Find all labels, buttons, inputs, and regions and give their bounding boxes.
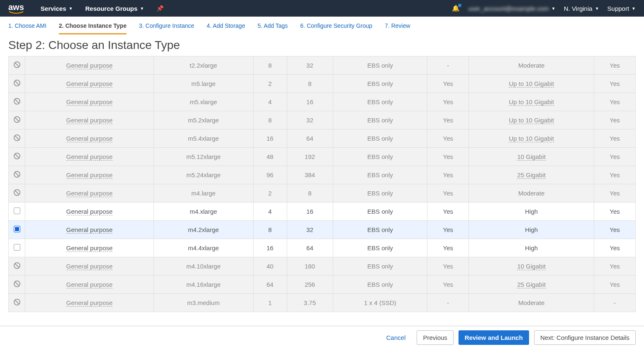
network-performance-cell: Moderate <box>469 294 594 312</box>
row-select-cell <box>9 257 25 276</box>
step-choose-ami[interactable]: 1. Choose AMI <box>8 22 46 34</box>
row-select-cell <box>9 75 25 93</box>
network-performance-cell: 10 Gigabit <box>469 148 594 166</box>
row-select-cell[interactable] <box>9 239 25 257</box>
memory-cell: 32 <box>287 111 333 129</box>
row-select-cell <box>9 129 25 148</box>
network-performance-cell: 25 Gigabit <box>469 276 594 294</box>
row-select-cell[interactable] <box>9 203 25 221</box>
storage-cell: EBS only <box>333 203 427 221</box>
vcpus-cell: 2 <box>253 184 287 203</box>
step-review[interactable]: 7. Review <box>385 22 410 34</box>
step-configure-instance[interactable]: 3. Configure Instance <box>139 22 194 34</box>
row-checkbox[interactable] <box>14 226 20 232</box>
memory-cell: 32 <box>287 221 333 239</box>
vcpus-cell: 1 <box>253 294 287 312</box>
storage-cell: EBS only <box>333 111 427 129</box>
family-cell: General purpose <box>25 93 154 111</box>
family-label: General purpose <box>66 208 113 215</box>
table-row[interactable]: General purposem4.xlarge416EBS onlyYesHi… <box>9 203 636 221</box>
memory-cell: 64 <box>287 239 333 257</box>
row-select-cell[interactable] <box>9 221 25 239</box>
ipv6-support-cell: Yes <box>594 111 636 129</box>
ebs-optimized-cell: Yes <box>427 239 469 257</box>
ebs-optimized-cell: Yes <box>427 276 469 294</box>
previous-button[interactable]: Previous <box>417 330 453 337</box>
table-row[interactable]: General purposem4.2xlarge832EBS onlyYesH… <box>9 221 636 239</box>
chevron-down-icon: ▼ <box>595 6 599 11</box>
family-cell: General purpose <box>25 75 154 93</box>
pin-shortcut[interactable]: 📌 <box>156 5 163 12</box>
network-label: 25 Gigabit <box>517 281 545 288</box>
memory-cell: 8 <box>287 184 333 203</box>
row-select-cell <box>9 111 25 129</box>
family-cell: General purpose <box>25 294 154 312</box>
aws-logo[interactable]: aws <box>8 3 24 14</box>
row-checkbox[interactable] <box>14 244 20 251</box>
memory-cell: 8 <box>287 75 333 93</box>
step-add-tags[interactable]: 5. Add Tags <box>258 22 288 34</box>
next-configure-instance-button[interactable]: Next: Configure Instance Details <box>534 330 636 337</box>
type-cell: m4.large <box>154 184 253 203</box>
vcpus-cell: 64 <box>253 276 287 294</box>
step-configure-security-group[interactable]: 6. Configure Security Group <box>300 22 373 34</box>
ebs-optimized-cell: Yes <box>427 129 469 148</box>
type-cell: m5.24xlarge <box>154 166 253 184</box>
ipv6-support-cell: Yes <box>594 203 636 221</box>
type-cell: m5.large <box>154 75 253 93</box>
review-and-launch-button[interactable]: Review and Launch <box>459 330 529 337</box>
step-add-storage[interactable]: 4. Add Storage <box>207 22 245 34</box>
family-label: General purpose <box>66 62 113 69</box>
resource-groups-menu[interactable]: Resource Groups ▼ <box>85 5 144 12</box>
cancel-button[interactable]: Cancel <box>380 330 412 337</box>
vcpus-cell: 2 <box>253 75 287 93</box>
network-label: 25 Gigabit <box>517 171 545 179</box>
vcpus-cell: 8 <box>253 221 287 239</box>
ipv6-support-cell: Yes <box>594 75 636 93</box>
wizard-footer: Cancel Previous Review and Launch Next: … <box>0 326 644 337</box>
family-label: General purpose <box>66 281 113 288</box>
pin-icon: 📌 <box>156 5 163 12</box>
type-cell: m4.xlarge <box>154 203 253 221</box>
vcpus-cell: 16 <box>253 239 287 257</box>
step-choose-instance-type[interactable]: 2. Choose Instance Type <box>59 22 127 34</box>
storage-cell: EBS only <box>333 93 427 111</box>
ebs-optimized-cell: Yes <box>427 111 469 129</box>
ipv6-support-cell: Yes <box>594 148 636 166</box>
vcpus-cell: 4 <box>253 93 287 111</box>
type-cell: m4.2xlarge <box>154 221 253 239</box>
storage-cell: EBS only <box>333 148 427 166</box>
family-label: General purpose <box>66 80 113 88</box>
family-label: General purpose <box>66 171 113 179</box>
network-performance-cell: Moderate <box>469 184 594 203</box>
family-cell: General purpose <box>25 129 154 148</box>
ipv6-support-cell: Yes <box>594 184 636 203</box>
region-menu[interactable]: N. Virginia ▼ <box>564 5 599 12</box>
family-label: General purpose <box>66 98 113 106</box>
family-label: General purpose <box>66 263 113 270</box>
family-cell: General purpose <box>25 148 154 166</box>
storage-cell: EBS only <box>333 75 427 93</box>
memory-cell: 3.75 <box>287 294 333 312</box>
type-cell: m4.4xlarge <box>154 239 253 257</box>
family-cell: General purpose <box>25 111 154 129</box>
instance-type-table: General purposet2.2xlarge832EBS only-Mod… <box>8 56 636 312</box>
type-cell: m5.12xlarge <box>154 148 253 166</box>
ipv6-support-cell: Yes <box>594 93 636 111</box>
table-row: General purposem5.4xlarge1664EBS onlyYes… <box>9 129 636 148</box>
chevron-down-icon: ▼ <box>140 6 144 11</box>
memory-cell: 32 <box>287 56 333 75</box>
unavailable-icon <box>14 80 20 86</box>
ebs-optimized-cell: Yes <box>427 257 469 276</box>
services-menu[interactable]: Services ▼ <box>41 5 73 12</box>
table-row[interactable]: General purposem4.4xlarge1664EBS onlyYes… <box>9 239 636 257</box>
ebs-optimized-cell: Yes <box>427 75 469 93</box>
table-row: General purposet2.2xlarge832EBS only-Mod… <box>9 56 636 75</box>
support-menu[interactable]: Support ▼ <box>607 5 636 12</box>
notifications-button[interactable]: 🔔 <box>452 5 460 12</box>
row-checkbox[interactable] <box>14 207 20 214</box>
account-menu[interactable]: user_account@example.com ▼ <box>468 5 555 12</box>
table-row: General purposem4.10xlarge40160EBS onlyY… <box>9 257 636 276</box>
support-label: Support <box>607 5 629 12</box>
aws-logo-text: aws <box>8 3 24 11</box>
